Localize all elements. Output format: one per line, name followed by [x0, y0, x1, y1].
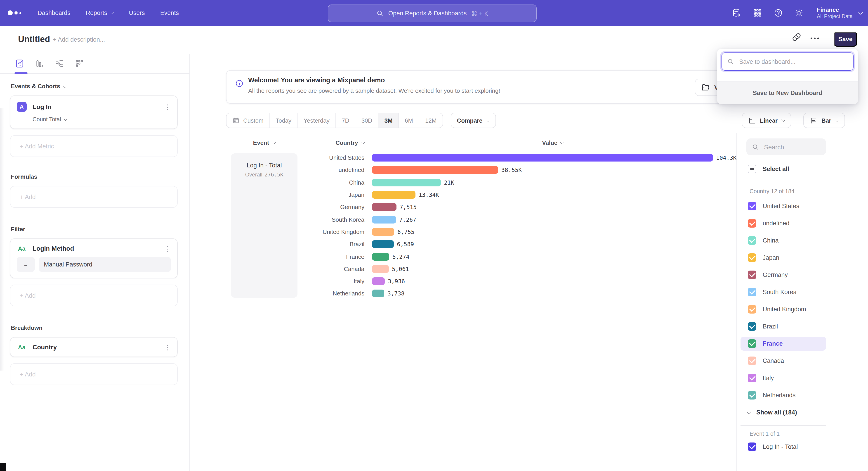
- filter-property-name[interactable]: Login Method: [33, 245, 74, 252]
- chart-type-button[interactable]: Bar: [803, 113, 845, 128]
- legend-checkbox[interactable]: [748, 339, 756, 348]
- add-description-field[interactable]: + Add description...: [53, 36, 105, 43]
- nav-item-dashboards[interactable]: Dashboards: [37, 9, 70, 16]
- legend-row-netherlands[interactable]: Netherlands: [737, 388, 845, 402]
- report-title[interactable]: Untitled: [18, 34, 50, 45]
- tab-flows[interactable]: [55, 59, 64, 68]
- nav-item-events[interactable]: Events: [160, 9, 179, 16]
- metric-aggregation[interactable]: Count Total: [33, 116, 171, 123]
- legend-checkbox[interactable]: [748, 356, 756, 365]
- data-management-icon[interactable]: [732, 8, 741, 18]
- range-custom[interactable]: Custom: [226, 113, 270, 127]
- legend-row-undefined[interactable]: undefined: [737, 216, 845, 230]
- column-header-value[interactable]: Value: [517, 139, 589, 146]
- event-legend-row[interactable]: Log In - Total: [748, 442, 798, 451]
- add-formula-button[interactable]: + Add: [10, 186, 178, 208]
- range-3m[interactable]: 3M: [379, 113, 399, 127]
- global-search-button[interactable]: Open Reports & Dashboards ⌘ + K: [328, 4, 537, 22]
- scale-selector-button[interactable]: Linear: [742, 113, 791, 128]
- save-to-new-dashboard-button[interactable]: Save to New Dashboard: [717, 81, 858, 104]
- range-7d[interactable]: 7D: [336, 113, 355, 127]
- chart-bar[interactable]: [372, 253, 389, 260]
- add-metric-button[interactable]: + Add Metric: [10, 135, 178, 157]
- event-legend-name: Log In - Total: [763, 443, 798, 450]
- legend-row-united-kingdom[interactable]: United Kingdom: [737, 302, 845, 316]
- breakdown-property-name[interactable]: Country: [33, 344, 57, 351]
- chart-bar[interactable]: [372, 265, 389, 273]
- select-all-row[interactable]: Select all: [748, 165, 789, 173]
- save-button[interactable]: Save: [834, 32, 857, 47]
- dashboard-search-input[interactable]: [738, 58, 848, 65]
- chart-bar[interactable]: [372, 178, 441, 186]
- chart-bar[interactable]: [372, 215, 396, 223]
- legend-checkbox[interactable]: [748, 271, 756, 279]
- event-series-cell[interactable]: Log In - Total Overall276.5K: [231, 153, 298, 298]
- legend-checkbox[interactable]: [748, 305, 756, 314]
- range-30d[interactable]: 30D: [355, 113, 379, 127]
- legend-row-south-korea[interactable]: South Korea: [737, 285, 845, 299]
- nav-item-users[interactable]: Users: [129, 9, 145, 16]
- metric-card[interactable]: A Log In ⋮ Count Total: [10, 95, 178, 129]
- compare-button[interactable]: Compare: [451, 113, 496, 128]
- filter-value[interactable]: Manual Password: [39, 257, 171, 272]
- legend-checkbox[interactable]: [748, 219, 756, 228]
- legend-row-china[interactable]: China: [737, 233, 845, 247]
- chart-display-controls: Linear Bar: [742, 113, 845, 128]
- chart-bar[interactable]: [372, 191, 415, 199]
- legend-row-canada[interactable]: Canada: [737, 354, 845, 368]
- legend-search[interactable]: [746, 139, 826, 155]
- copy-link-icon[interactable]: [792, 32, 802, 42]
- show-all-button[interactable]: Show all (184): [747, 409, 797, 416]
- legend-checkbox[interactable]: [748, 322, 756, 331]
- legend-row-germany[interactable]: Germany: [737, 268, 845, 282]
- filter-card[interactable]: Aa Login Method ⋮ = Manual Password: [10, 238, 178, 278]
- legend-row-united-states[interactable]: United States: [737, 199, 845, 213]
- mixpanel-logo-icon[interactable]: [8, 10, 26, 16]
- add-filter-button[interactable]: + Add: [10, 285, 178, 306]
- legend-checkbox[interactable]: [748, 202, 756, 210]
- select-all-checkbox[interactable]: [748, 165, 756, 173]
- legend-row-brazil[interactable]: Brazil: [737, 319, 845, 333]
- nav-item-reports[interactable]: Reports: [86, 9, 114, 16]
- range-6m[interactable]: 6M: [399, 113, 419, 127]
- legend-checkbox[interactable]: [748, 374, 756, 382]
- metric-menu-icon[interactable]: ⋮: [164, 104, 171, 110]
- legend-row-italy[interactable]: Italy: [737, 371, 845, 385]
- event-checkbox[interactable]: [748, 442, 756, 451]
- tab-retention[interactable]: [74, 59, 84, 68]
- filter-operator[interactable]: =: [17, 257, 35, 272]
- column-header-event[interactable]: Event: [231, 139, 298, 146]
- breakdown-menu-icon[interactable]: ⋮: [164, 344, 171, 350]
- column-header-country[interactable]: Country: [300, 139, 364, 146]
- legend-search-input[interactable]: [763, 143, 820, 151]
- legend-checkbox[interactable]: [748, 254, 756, 262]
- chart-bar[interactable]: [372, 154, 713, 161]
- legend-checkbox[interactable]: [748, 236, 756, 245]
- add-breakdown-button[interactable]: + Add: [10, 363, 178, 385]
- chart-bar[interactable]: [372, 277, 385, 285]
- more-options-icon[interactable]: [811, 37, 819, 39]
- chart-bar[interactable]: [372, 240, 394, 248]
- dashboard-search-field[interactable]: [721, 53, 854, 70]
- legend-row-japan[interactable]: Japan: [737, 251, 845, 265]
- breakdown-card[interactable]: Aa Country ⋮: [10, 337, 178, 357]
- tab-funnels[interactable]: [35, 59, 44, 68]
- range-yesterday[interactable]: Yesterday: [298, 113, 336, 127]
- chart-bar[interactable]: [372, 203, 397, 211]
- settings-gear-icon[interactable]: [794, 8, 804, 18]
- events-section-header[interactable]: Events & Cohorts: [11, 83, 178, 90]
- range-today[interactable]: Today: [270, 113, 298, 127]
- chart-bar[interactable]: [372, 290, 384, 297]
- chart-bar[interactable]: [372, 166, 498, 174]
- apps-grid-icon[interactable]: [752, 8, 762, 18]
- tab-insights[interactable]: [15, 59, 24, 68]
- metric-event-name[interactable]: Log In: [33, 103, 52, 110]
- legend-checkbox[interactable]: [748, 288, 756, 296]
- filter-menu-icon[interactable]: ⋮: [164, 245, 171, 252]
- range-12m[interactable]: 12M: [419, 113, 442, 127]
- project-switcher[interactable]: Finance All Project Data: [817, 6, 862, 20]
- help-icon[interactable]: [773, 8, 783, 18]
- legend-row-france[interactable]: France: [741, 336, 826, 351]
- legend-checkbox[interactable]: [748, 391, 756, 400]
- chart-bar[interactable]: [372, 228, 394, 236]
